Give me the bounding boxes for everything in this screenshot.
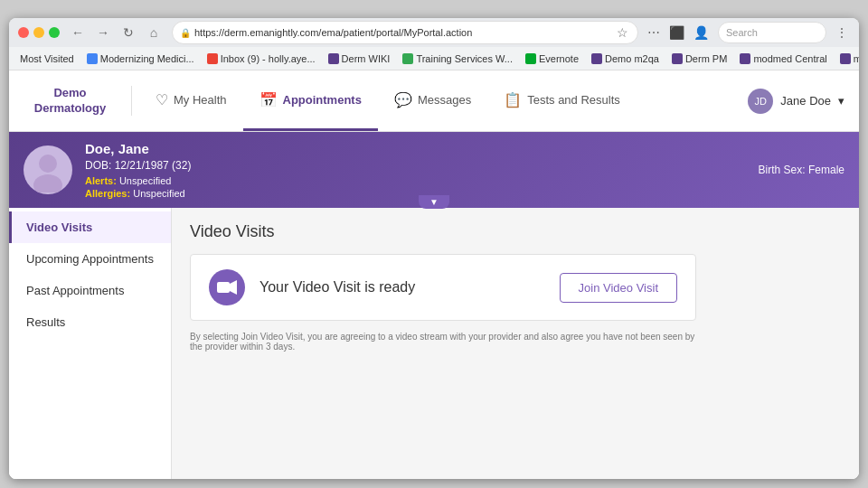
app-logo: Demo Dermatology [24, 86, 132, 117]
main-content: Video Visits Your Video Visit is ready J… [172, 208, 859, 479]
sidebar: Video Visits Upcoming Appointments Past … [9, 208, 172, 479]
page-title: Video Visits [190, 222, 841, 241]
tab-messages[interactable]: 💬 Messages [378, 70, 487, 131]
bookmark-label: Derm WIKI [342, 53, 391, 64]
sidebar-item-label: Video Visits [26, 221, 92, 234]
patient-dob: DOB: 12/21/1987 (32) [85, 159, 746, 172]
minimize-btn[interactable] [33, 27, 44, 38]
bookmark-label: Inbox (9) - holly.aye... [221, 53, 316, 64]
app-header: Demo Dermatology ♡ My Health 📅 Appointme… [9, 70, 859, 132]
search-placeholder: Search [726, 27, 758, 38]
tab-tests-results[interactable]: 📋 Tests and Results [487, 70, 637, 131]
sidebar-item-upcoming[interactable]: Upcoming Appointments [9, 243, 171, 275]
tab-appointments-label: Appointments [283, 93, 362, 107]
patient-name: Doe, Jane [85, 141, 746, 156]
sidebar-item-video-visits[interactable]: Video Visits [9, 211, 171, 243]
birth-sex-label: Birth Sex: [759, 164, 806, 176]
browser-window: ← → ↻ ⌂ 🔒 https://derm.emanightly.com/em… [9, 18, 859, 479]
bookmark-most-visited[interactable]: Most Visited [16, 52, 78, 66]
logo-line2: Dermatology [24, 101, 117, 117]
bookmark-label: m2qa Next [854, 53, 859, 64]
bookmark-label: Most Visited [20, 53, 74, 64]
search-bar[interactable]: Search [718, 22, 826, 43]
tab-my-health-label: My Health [174, 93, 227, 107]
settings-icon[interactable]: ⋮ [834, 23, 850, 42]
birth-sex-value: Female [808, 164, 844, 176]
chevron-down-icon: ▾ [838, 94, 844, 108]
avatar: JD [748, 89, 773, 114]
svg-point-0 [39, 155, 57, 173]
user-name: Jane Doe [780, 94, 831, 108]
sidebar-item-label: Upcoming Appointments [26, 252, 154, 266]
extensions-icon[interactable]: ⬛ [667, 23, 686, 42]
svg-point-1 [33, 174, 62, 192]
tab-tests-results-label: Tests and Results [527, 93, 620, 107]
user-menu[interactable]: JD Jane Doe ▾ [748, 89, 844, 114]
tab-my-health[interactable]: ♡ My Health [139, 70, 243, 131]
svg-rect-2 [217, 282, 230, 293]
patient-alerts: Alerts: Unspecified [85, 175, 746, 186]
home-button[interactable]: ⌂ [143, 22, 165, 43]
window-controls [18, 27, 60, 38]
bookmark-label: Evernote [539, 53, 579, 64]
app-nav: ♡ My Health 📅 Appointments 💬 Messages 📋 … [132, 70, 748, 131]
reload-button[interactable]: ↻ [118, 22, 139, 43]
bookmark-modernizing[interactable]: Modernizing Medici... [83, 52, 198, 66]
bookmark-m2qa-next[interactable]: m2qa Next [836, 52, 859, 66]
sidebar-item-label: Past Appointments [26, 284, 124, 297]
bookmark-evernote[interactable]: Evernote [522, 52, 582, 66]
bookmark-label: Modernizing Medici... [100, 53, 194, 64]
bookmark-label: Derm PM [685, 53, 727, 64]
browser-nav: ← → ↻ ⌂ [67, 22, 165, 43]
patient-birth-sex: Birth Sex: Female [759, 164, 844, 176]
bookmark-training[interactable]: Training Services W... [399, 52, 516, 66]
bookmarks-bar: Most Visited Modernizing Medici... Inbox… [9, 47, 859, 70]
content-area: Video Visits Upcoming Appointments Past … [9, 208, 859, 479]
allergies-label: Allergies: [85, 188, 130, 199]
svg-marker-3 [230, 280, 237, 295]
banner-collapse-button[interactable]: ▼ [419, 195, 449, 209]
sidebar-item-past[interactable]: Past Appointments [9, 275, 171, 306]
sidebar-item-results[interactable]: Results [9, 306, 171, 338]
bookmark-inbox[interactable]: Inbox (9) - holly.aye... [203, 52, 319, 66]
message-icon: 💬 [394, 91, 412, 108]
lock-icon: 🔒 [180, 28, 191, 38]
sidebar-item-label: Results [26, 315, 65, 329]
heart-icon: ♡ [156, 91, 168, 108]
app-container: Demo Dermatology ♡ My Health 📅 Appointme… [9, 70, 859, 479]
patient-allergies: Allergies: Unspecified [85, 188, 746, 199]
forward-button[interactable]: → [92, 22, 114, 43]
bookmark-star-icon[interactable]: ☆ [615, 23, 630, 42]
alerts-value: Unspecified [119, 175, 171, 186]
allergies-value: Unspecified [133, 188, 184, 199]
bookmark-label: Training Services W... [416, 53, 513, 64]
menu-dots-icon[interactable]: ⋯ [646, 23, 662, 42]
disclaimer-text: By selecting Join Video Visit, you are a… [190, 332, 696, 352]
browser-actions: ⋯ ⬛ 👤 [646, 23, 711, 42]
calendar-icon: 📅 [259, 91, 278, 108]
close-btn[interactable] [18, 27, 29, 38]
bookmark-label: modmed Central [753, 53, 826, 64]
patient-avatar-image [25, 147, 71, 192]
clipboard-icon: 📋 [504, 91, 522, 108]
maximize-btn[interactable] [49, 27, 60, 38]
address-bar[interactable]: 🔒 https://derm.emanightly.com/ema/patien… [172, 21, 638, 44]
bookmark-derm-wiki[interactable]: Derm WIKI [325, 52, 394, 66]
bookmark-demo-m2qa[interactable]: Demo m2qa [588, 52, 663, 66]
alerts-label: Alerts: [85, 175, 117, 186]
video-ready-message: Your Video Visit is ready [259, 279, 545, 296]
profile-icon[interactable]: 👤 [692, 23, 711, 42]
video-visit-card: Your Video Visit is ready Join Video Vis… [190, 254, 696, 321]
join-video-visit-button[interactable]: Join Video Visit [560, 273, 677, 303]
bookmark-modmed[interactable]: modmed Central [736, 52, 830, 66]
patient-banner: Doe, Jane DOB: 12/21/1987 (32) Alerts: U… [9, 132, 859, 208]
bookmark-label: Demo m2qa [605, 53, 659, 64]
bookmark-derm-pm[interactable]: Derm PM [668, 52, 731, 66]
browser-title-bar: ← → ↻ ⌂ 🔒 https://derm.emanightly.com/em… [9, 18, 859, 47]
avatar-initials: JD [755, 96, 767, 107]
logo-line1: Demo [24, 86, 117, 101]
back-button[interactable]: ← [67, 22, 89, 43]
patient-photo [24, 145, 72, 194]
patient-info: Doe, Jane DOB: 12/21/1987 (32) Alerts: U… [85, 141, 746, 199]
tab-appointments[interactable]: 📅 Appointments [243, 70, 378, 131]
